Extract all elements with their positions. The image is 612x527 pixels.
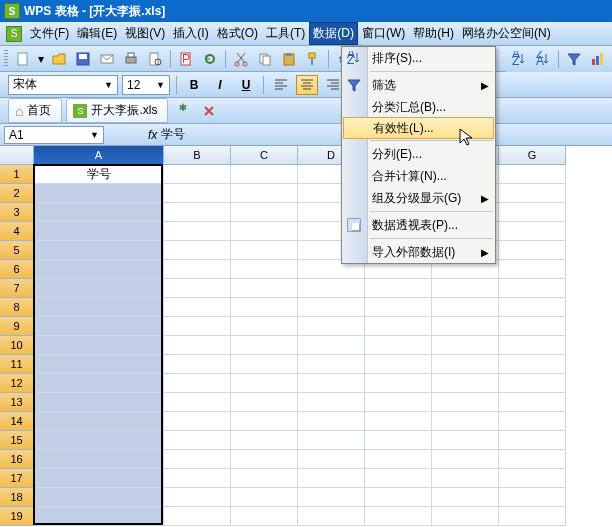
row-header[interactable]: 19 — [0, 507, 34, 526]
preview-button[interactable] — [144, 48, 166, 70]
cell[interactable] — [499, 317, 566, 336]
cell[interactable] — [432, 298, 499, 317]
print-button[interactable] — [120, 48, 142, 70]
cell[interactable] — [432, 336, 499, 355]
cell[interactable] — [34, 431, 164, 450]
cell[interactable] — [298, 450, 365, 469]
cell[interactable] — [298, 393, 365, 412]
cell[interactable] — [432, 374, 499, 393]
cell[interactable] — [231, 355, 298, 374]
cell[interactable] — [499, 488, 566, 507]
cell[interactable] — [231, 431, 298, 450]
row-header[interactable]: 7 — [0, 279, 34, 298]
menu-network[interactable]: 网络办公空间(N) — [458, 22, 555, 45]
cell[interactable] — [231, 222, 298, 241]
italic-button[interactable]: I — [209, 75, 231, 95]
cell[interactable] — [34, 260, 164, 279]
cell[interactable] — [34, 222, 164, 241]
row-header[interactable]: 15 — [0, 431, 34, 450]
cell[interactable] — [365, 450, 432, 469]
sort-asc-button[interactable]: AZ — [508, 48, 530, 70]
row-header[interactable]: 12 — [0, 374, 34, 393]
cell[interactable] — [499, 336, 566, 355]
align-left-button[interactable] — [270, 75, 292, 95]
cell[interactable] — [34, 279, 164, 298]
cell[interactable] — [34, 317, 164, 336]
cell[interactable] — [231, 317, 298, 336]
new-dropdown[interactable]: ▾ — [36, 48, 46, 70]
cell[interactable] — [298, 507, 365, 526]
cell[interactable] — [231, 203, 298, 222]
cell[interactable] — [164, 450, 231, 469]
cell[interactable] — [231, 298, 298, 317]
cell[interactable] — [231, 260, 298, 279]
cell[interactable] — [499, 279, 566, 298]
row-header[interactable]: 6 — [0, 260, 34, 279]
cell[interactable] — [298, 431, 365, 450]
cell[interactable] — [164, 507, 231, 526]
cell[interactable] — [365, 336, 432, 355]
cell[interactable] — [499, 298, 566, 317]
dropdown-item[interactable]: 分类汇总(B)... — [342, 96, 495, 118]
cell[interactable] — [231, 241, 298, 260]
row-header[interactable]: 1 — [0, 165, 34, 184]
cell[interactable] — [432, 507, 499, 526]
cell[interactable] — [164, 260, 231, 279]
cell[interactable] — [432, 488, 499, 507]
cell[interactable] — [164, 298, 231, 317]
cell[interactable] — [164, 336, 231, 355]
cell[interactable] — [164, 279, 231, 298]
cut-button[interactable] — [230, 48, 252, 70]
row-header[interactable]: 10 — [0, 336, 34, 355]
column-header[interactable]: G — [499, 146, 566, 165]
cell[interactable] — [164, 374, 231, 393]
cell[interactable] — [231, 488, 298, 507]
align-center-button[interactable] — [296, 75, 318, 95]
row-header[interactable]: 3 — [0, 203, 34, 222]
tab-home[interactable]: ⌂ 首页 — [8, 98, 62, 123]
cell[interactable] — [298, 355, 365, 374]
new-button[interactable] — [12, 48, 34, 70]
cell[interactable] — [164, 431, 231, 450]
cell[interactable] — [231, 374, 298, 393]
paste-button[interactable] — [278, 48, 300, 70]
cell[interactable] — [34, 203, 164, 222]
cell[interactable] — [298, 469, 365, 488]
cell[interactable] — [432, 393, 499, 412]
new-tab-button[interactable]: ＊ — [172, 101, 194, 121]
cell[interactable] — [365, 317, 432, 336]
cell[interactable] — [432, 317, 499, 336]
dropdown-item[interactable]: 合并计算(N)... — [342, 165, 495, 187]
toolbar-grip[interactable] — [4, 50, 8, 68]
cell[interactable] — [432, 469, 499, 488]
cell[interactable] — [499, 469, 566, 488]
cell[interactable] — [298, 488, 365, 507]
cell[interactable] — [298, 279, 365, 298]
cell[interactable] — [164, 165, 231, 184]
cell[interactable] — [231, 165, 298, 184]
cell[interactable] — [432, 431, 499, 450]
cell[interactable] — [298, 317, 365, 336]
cell[interactable] — [164, 355, 231, 374]
cell[interactable] — [365, 507, 432, 526]
cell[interactable] — [365, 355, 432, 374]
cell[interactable] — [298, 412, 365, 431]
cell[interactable] — [231, 507, 298, 526]
cell[interactable] — [298, 374, 365, 393]
cell[interactable] — [499, 412, 566, 431]
row-header[interactable]: 5 — [0, 241, 34, 260]
cell[interactable] — [432, 450, 499, 469]
cell[interactable] — [499, 450, 566, 469]
chart-button[interactable] — [587, 48, 609, 70]
font-combo[interactable]: 宋体 ▼ — [8, 75, 118, 95]
close-tab-button[interactable] — [198, 101, 220, 121]
cell[interactable] — [365, 298, 432, 317]
cell[interactable] — [34, 298, 164, 317]
cell[interactable] — [365, 469, 432, 488]
bold-button[interactable]: B — [183, 75, 205, 95]
cell[interactable] — [34, 374, 164, 393]
cell[interactable] — [499, 222, 566, 241]
row-header[interactable]: 16 — [0, 450, 34, 469]
name-box[interactable]: A1 ▼ — [4, 126, 104, 144]
cell[interactable] — [499, 507, 566, 526]
